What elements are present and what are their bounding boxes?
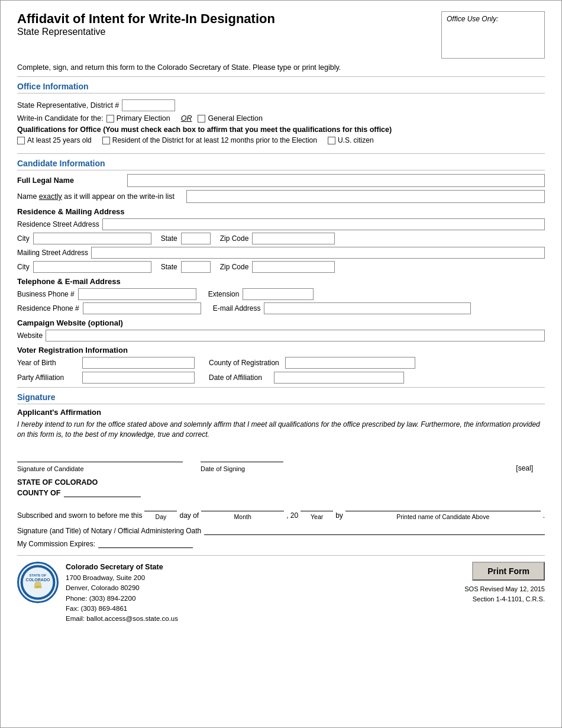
party-input[interactable] — [82, 372, 195, 384]
date-signing-label: Date of Signing — [201, 465, 283, 472]
qual-checkbox-2[interactable] — [102, 137, 110, 144]
residence-zip-input[interactable] — [252, 233, 335, 244]
qual-checkbox-1[interactable] — [17, 137, 25, 144]
mailing-city-input[interactable] — [33, 261, 151, 273]
mailing-state-input[interactable] — [181, 261, 211, 273]
footer-fax: Fax: (303) 869-4861 — [66, 604, 464, 614]
commission-line — [98, 539, 193, 548]
office-info-section: State Representative, District # Write-i… — [17, 97, 545, 150]
instruction-text: Complete, sign, and return this form to … — [17, 63, 545, 77]
writein-name-label: Name exactly as it will appear on the wr… — [17, 192, 183, 201]
extension-label: Extension — [208, 290, 240, 298]
printed-name-label: Printed name of Candidate Above — [396, 511, 489, 523]
day-of-text: day of — [179, 510, 199, 523]
email-label: E-mail Address — [213, 304, 261, 313]
print-form-button[interactable]: Print Form — [472, 562, 545, 581]
writein-name-input[interactable] — [186, 190, 545, 203]
residence-street-input[interactable] — [102, 218, 545, 230]
revised-line1: SOS Revised May 12, 2015 — [464, 584, 545, 594]
year-segment: Year — [301, 502, 333, 523]
business-phone-label: Business Phone # — [17, 290, 75, 298]
print-btn-area: Print Form SOS Revised May 12, 2015 Sect… — [464, 562, 545, 604]
signature-section: Signature Applicant's Affirmation I here… — [17, 392, 545, 548]
year-blank — [301, 502, 333, 511]
qual-item-2: Resident of the District for at least 12… — [102, 136, 317, 144]
header-left: Affidavit of Intent for Write-In Designa… — [17, 11, 275, 37]
county-reg-input[interactable] — [285, 357, 415, 369]
residence-phone-label: Residence Phone # — [17, 304, 79, 313]
revised-line2: Section 1-4-1101, C.R.S. — [464, 594, 545, 604]
mailing-street-label: Mailing Street Address — [17, 249, 88, 257]
residence-state-input[interactable] — [181, 233, 211, 244]
county-of-row: COUNTY OF — [17, 489, 545, 497]
header-row: Affidavit of Intent for Write-In Designa… — [17, 11, 545, 59]
district-row: State Representative, District # — [17, 99, 545, 111]
footer-row: STATE OF COLORADO 1876 Colorado Secretar… — [17, 555, 545, 624]
commission-row: My Commission Expires: — [17, 539, 545, 548]
residence-city-input[interactable] — [33, 233, 151, 244]
day-label: Day — [156, 511, 167, 523]
qual-title: Qualifications for Office (You must chec… — [17, 125, 545, 134]
party-label: Party Affiliation — [17, 373, 76, 382]
general-label: General Election — [208, 114, 262, 123]
city-label-2: City — [17, 263, 30, 271]
day-segment: Day — [144, 502, 177, 523]
qual-item-1: At least 25 years old — [17, 136, 92, 144]
date-affil-label: Date of Affiliation — [209, 373, 268, 382]
candidate-info-title: Candidate Information — [17, 159, 545, 170]
residence-city-row: City State Zip Code — [17, 233, 545, 244]
footer-email: Email: ballot.access@sos.state.co.us — [66, 614, 464, 624]
primary-label: Primary Election — [117, 114, 170, 123]
mailing-zip-input[interactable] — [252, 261, 335, 273]
website-label: Website — [17, 331, 43, 340]
subscribed-row: Subscribed and sworn to before me this D… — [17, 502, 545, 523]
org-name: Colorado Secretary of State — [66, 562, 464, 573]
signature-title: Signature — [17, 392, 545, 404]
full-name-label: Full Legal Name — [17, 176, 124, 185]
office-use-label: Office Use Only: — [447, 15, 498, 23]
printed-name-segment: Printed name of Candidate Above — [345, 502, 541, 523]
general-checkbox[interactable] — [198, 115, 205, 123]
sig-candidate-group: Signature of Candidate — [17, 450, 183, 472]
district-input[interactable] — [122, 99, 175, 111]
website-input[interactable] — [46, 330, 545, 342]
mailing-city-row: City State Zip Code — [17, 261, 545, 273]
residence-street-row: Residence Street Address — [17, 218, 545, 230]
month-blank — [201, 502, 284, 511]
extension-input[interactable] — [243, 288, 314, 300]
city-label-1: City — [17, 234, 30, 243]
full-name-input[interactable] — [127, 174, 545, 187]
by-text: by — [335, 510, 343, 523]
qual-item-3: U.S. citizen — [328, 136, 374, 144]
svg-point-5 — [34, 581, 41, 588]
county-of-label: COUNTY OF — [17, 489, 60, 497]
yob-input[interactable] — [82, 357, 195, 369]
mailing-street-input[interactable] — [91, 247, 545, 259]
affil-input[interactable] — [274, 372, 404, 384]
office-use-box: Office Use Only: — [441, 11, 545, 59]
residence-phone-input[interactable] — [83, 302, 201, 314]
page-title: Affidavit of Intent for Write-In Designa… — [17, 11, 275, 27]
voter-reg-row-2: Party Affiliation Date of Affiliation — [17, 372, 545, 384]
business-phone-input[interactable] — [78, 288, 196, 300]
full-name-row: Full Legal Name — [17, 174, 545, 187]
revised-text: SOS Revised May 12, 2015 Section 1-4-110… — [464, 584, 545, 604]
page: Affidavit of Intent for Write-In Designa… — [0, 0, 562, 728]
primary-checkbox[interactable] — [106, 115, 114, 123]
website-section-title: Campaign Website (optional) — [17, 318, 545, 327]
year-label: Year — [311, 511, 323, 523]
primary-checkbox-group: Primary Election — [106, 114, 170, 123]
footer-address1: 1700 Broadway, Suite 200 — [66, 573, 464, 583]
email-input[interactable] — [264, 302, 471, 314]
address-section-title: Residence & Mailing Address — [17, 207, 545, 216]
month-label: Month — [234, 511, 251, 523]
co-seal-svg: STATE OF COLORADO 1876 — [19, 563, 57, 601]
residence-phone-row: Residence Phone # E-mail Address — [17, 302, 545, 314]
writein-name-row: Name exactly as it will appear on the wr… — [17, 190, 545, 203]
state-of-text: STATE OF COLORADO — [17, 478, 545, 487]
website-row: Website — [17, 330, 545, 342]
qual-checkbox-3[interactable] — [328, 137, 335, 144]
office-info-title: Office Information — [17, 82, 545, 94]
comma-20-text: , 20 — [286, 510, 298, 523]
voter-reg-row-1: Year of Birth County of Registration — [17, 357, 545, 369]
